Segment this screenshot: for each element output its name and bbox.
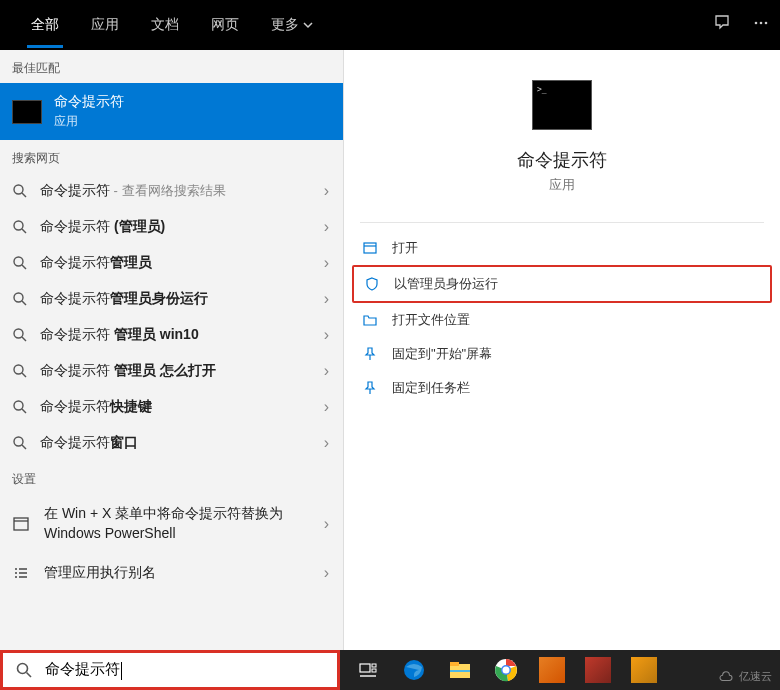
taskbar-app-chrome[interactable]	[486, 654, 526, 686]
taskbar-app-explorer[interactable]	[440, 654, 480, 686]
svg-point-2	[765, 22, 768, 25]
svg-point-13	[14, 365, 23, 374]
web-result-2[interactable]: 命令提示符管理员 ›	[0, 245, 343, 281]
action-label: 固定到"开始"屏幕	[392, 345, 492, 363]
web-result-text: 命令提示符 - 查看网络搜索结果	[40, 182, 331, 200]
tab-all[interactable]: 全部	[15, 2, 75, 48]
settings-item-0[interactable]: 在 Win + X 菜单中将命令提示符替换为 Windows PowerShel…	[0, 494, 343, 553]
search-header: 全部 应用 文档 网页 更多	[0, 0, 780, 50]
svg-line-16	[22, 409, 26, 413]
web-result-6[interactable]: 命令提示符快捷键 ›	[0, 389, 343, 425]
search-icon	[12, 219, 28, 235]
window-icon	[12, 515, 30, 533]
settings-item-label: 管理应用执行别名	[44, 563, 331, 583]
svg-point-1	[760, 22, 763, 25]
web-result-text: 命令提示符 (管理员)	[40, 218, 331, 236]
web-result-1[interactable]: 命令提示符 (管理员) ›	[0, 209, 343, 245]
settings-item-label: 在 Win + X 菜单中将命令提示符替换为 Windows PowerShel…	[44, 504, 331, 543]
tab-docs[interactable]: 文档	[135, 2, 195, 48]
taskbar-app-edge[interactable]	[394, 654, 434, 686]
settings-item-1[interactable]: 管理应用执行别名 ›	[0, 553, 343, 593]
section-settings: 设置	[0, 461, 343, 494]
search-query-text: 命令提示符	[45, 660, 122, 679]
taskbar-app-generic-3[interactable]	[624, 654, 664, 686]
shield-icon	[364, 276, 380, 292]
svg-rect-31	[360, 664, 370, 672]
web-result-3[interactable]: 命令提示符管理员身份运行 ›	[0, 281, 343, 317]
search-icon	[12, 291, 28, 307]
taskbar-app-generic-1[interactable]	[532, 654, 572, 686]
web-result-text: 命令提示符管理员身份运行	[40, 290, 331, 308]
svg-rect-32	[372, 664, 376, 667]
svg-point-0	[755, 22, 758, 25]
chevron-right-icon: ›	[324, 434, 329, 452]
more-options-icon[interactable]	[752, 14, 770, 36]
action-pin-taskbar[interactable]: 固定到任务栏	[352, 371, 772, 405]
action-label: 固定到任务栏	[392, 379, 470, 397]
search-icon	[12, 399, 28, 415]
svg-rect-38	[450, 670, 470, 672]
list-icon	[12, 564, 30, 582]
section-best-match: 最佳匹配	[0, 50, 343, 83]
svg-point-7	[14, 257, 23, 266]
cmd-icon	[12, 100, 42, 124]
taskbar-app-generic-2[interactable]	[578, 654, 618, 686]
pin-icon	[362, 380, 378, 396]
svg-rect-27	[364, 243, 376, 253]
web-result-4[interactable]: 命令提示符 管理员 win10 ›	[0, 317, 343, 353]
best-match-title: 命令提示符	[54, 93, 124, 111]
web-result-text: 命令提示符管理员	[40, 254, 331, 272]
search-icon	[12, 327, 28, 343]
tab-more-label: 更多	[271, 16, 299, 34]
pin-icon	[362, 346, 378, 362]
svg-point-11	[14, 329, 23, 338]
web-result-7[interactable]: 命令提示符窗口 ›	[0, 425, 343, 461]
web-result-0[interactable]: 命令提示符 - 查看网络搜索结果 ›	[0, 173, 343, 209]
chevron-right-icon: ›	[324, 362, 329, 380]
action-run-as-admin[interactable]: 以管理员身份运行	[352, 265, 772, 303]
svg-line-30	[27, 673, 32, 678]
tab-web[interactable]: 网页	[195, 2, 255, 48]
best-match-item[interactable]: 命令提示符 应用	[0, 83, 343, 140]
divider	[360, 222, 764, 223]
chevron-right-icon: ›	[324, 218, 329, 236]
search-icon	[12, 435, 28, 451]
svg-line-10	[22, 301, 26, 305]
svg-line-12	[22, 337, 26, 341]
chevron-down-icon	[303, 20, 313, 30]
web-result-5[interactable]: 命令提示符 管理员 怎么打开 ›	[0, 353, 343, 389]
search-icon	[15, 661, 33, 679]
search-icon	[12, 183, 28, 199]
tab-apps[interactable]: 应用	[75, 2, 135, 48]
search-input-box[interactable]: 命令提示符	[0, 650, 340, 690]
chevron-right-icon: ›	[324, 398, 329, 416]
svg-point-15	[14, 401, 23, 410]
action-label: 打开	[392, 239, 418, 257]
action-open[interactable]: 打开	[352, 231, 772, 265]
section-web-search: 搜索网页	[0, 140, 343, 173]
svg-line-14	[22, 373, 26, 377]
svg-rect-19	[14, 518, 28, 530]
web-result-text: 命令提示符 管理员 怎么打开	[40, 362, 331, 380]
cloud-icon	[717, 671, 735, 683]
svg-line-18	[22, 445, 26, 449]
feedback-icon[interactable]	[714, 14, 732, 36]
tab-more[interactable]: 更多	[255, 2, 329, 48]
chevron-right-icon: ›	[324, 326, 329, 344]
svg-rect-37	[450, 662, 459, 666]
watermark: 亿速云	[717, 669, 772, 684]
svg-point-29	[18, 664, 28, 674]
chevron-right-icon: ›	[324, 182, 329, 200]
search-icon	[12, 363, 28, 379]
open-icon	[362, 240, 378, 256]
preview-panel: 命令提示符 应用 打开 以管理员身份运行 打开文件位置 固定到"开始"屏幕	[343, 50, 780, 650]
web-result-text: 命令提示符窗口	[40, 434, 331, 452]
action-open-location[interactable]: 打开文件位置	[352, 303, 772, 337]
svg-point-3	[14, 185, 23, 194]
chevron-right-icon: ›	[324, 564, 329, 582]
action-pin-start[interactable]: 固定到"开始"屏幕	[352, 337, 772, 371]
taskbar: 亿速云	[340, 650, 780, 690]
filter-tabs: 全部 应用 文档 网页 更多	[15, 2, 329, 48]
task-view-icon[interactable]	[348, 654, 388, 686]
action-label: 打开文件位置	[392, 311, 470, 329]
